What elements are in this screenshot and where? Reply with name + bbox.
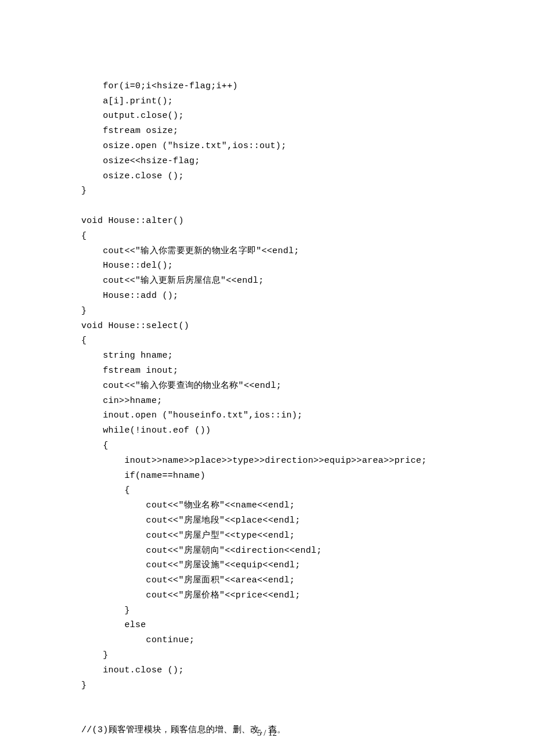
code-line: cout<<"房屋设施"<<equip<<endl; — [81, 560, 300, 570]
code-line: osize<<hsize-flag; — [81, 156, 200, 166]
code-line: } — [81, 186, 86, 196]
code-line: cout<<"输入更新后房屋信息"<<endl; — [81, 276, 264, 286]
code-line: else — [81, 620, 146, 630]
code-line: a[i].print(); — [81, 96, 173, 106]
code-line: { — [81, 336, 86, 345]
code-line: fstream osize; — [81, 126, 178, 136]
code-line: cout<<"房屋地段"<<place<<endl; — [81, 516, 300, 525]
code-line: cout<<"房屋价格"<<price<<endl; — [81, 591, 300, 600]
code-line: osize.close (); — [81, 171, 184, 181]
code-line: fstream inout; — [81, 366, 178, 376]
code-line: inout>>name>>place>>type>>direction>>equ… — [81, 456, 427, 466]
code-line: inout.close (); — [81, 665, 184, 675]
code-line: if(name==hname) — [81, 471, 205, 481]
code-line: for(i=0;i<hsize-flag;i++) — [81, 81, 238, 91]
code-line: cin>>hname; — [81, 396, 163, 406]
code-line: cout<<"房屋户型"<<type<<endl; — [81, 531, 295, 541]
code-line: void House::alter() — [81, 216, 184, 226]
code-line: { — [81, 231, 86, 241]
code-line: output.close(); — [81, 111, 184, 121]
code-line: inout.open ("houseinfo.txt",ios::in); — [81, 411, 302, 420]
code-line: while(!inout.eof ()) — [81, 426, 211, 435]
code-line: cout<<"房屋朝向"<<direction<<endl; — [81, 546, 322, 556]
code-line: } — [81, 606, 130, 615]
code-line: House::del(); — [81, 261, 173, 271]
code-line: void House::select() — [81, 321, 189, 331]
code-line: cout<<"输入你需要更新的物业名字即"<<endl; — [81, 246, 300, 256]
page-number: 5 / 12 — [0, 728, 534, 738]
document-page: for(i=0;i<hsize-flag;i++) a[i].print(); … — [0, 0, 534, 756]
code-line: cout<<"物业名称"<<name<<endl; — [81, 501, 295, 510]
code-line: cout<<"输入你要查询的物业名称"<<endl; — [81, 381, 282, 391]
code-line: { — [81, 441, 109, 451]
code-line: continue; — [81, 635, 194, 645]
code-block: for(i=0;i<hsize-flag;i++) a[i].print(); … — [81, 64, 453, 738]
code-line: } — [81, 681, 86, 690]
code-line: } — [81, 306, 86, 316]
code-line: House::add (); — [81, 291, 178, 301]
code-line: { — [81, 485, 130, 495]
code-line: osize.open ("hsize.txt",ios::out); — [81, 141, 286, 151]
code-line: string hname; — [81, 351, 173, 361]
code-line: } — [81, 650, 109, 660]
code-line: cout<<"房屋面积"<<area<<endl; — [81, 575, 295, 585]
